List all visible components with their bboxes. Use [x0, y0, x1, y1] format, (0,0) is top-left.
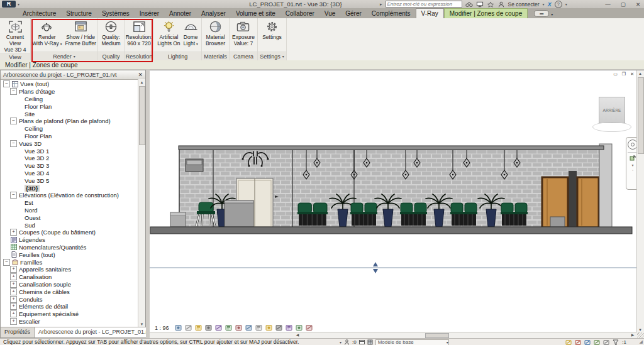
ribbon-display-toggle[interactable]: ▬	[534, 10, 549, 17]
tree-item-vues-tout[interactable]: −Vues (tout)	[1, 80, 138, 88]
sign-in-button[interactable]: Se connecter	[508, 1, 540, 8]
tree-item-nord[interactable]: Nord	[1, 207, 138, 214]
ribbon-button-render-with-v-ray[interactable]: RenderWith V-Ray▾	[31, 19, 63, 47]
temporary-view-properties-icon[interactable]	[275, 324, 282, 331]
tab-analyser[interactable]: Analyser	[196, 9, 231, 18]
tree-item-site[interactable]: Site	[1, 110, 138, 118]
tree-item-conduits[interactable]: +Conduits	[1, 295, 138, 303]
collapse-icon[interactable]: −	[10, 88, 17, 95]
worksets-arrow-icon[interactable]: ▾	[340, 340, 341, 344]
qat-expand-icon[interactable]: ▸	[380, 2, 382, 7]
ribbon-group-label-camera[interactable]: Camera	[230, 52, 257, 60]
editable-only-icon[interactable]	[575, 339, 581, 345]
tab-syst-mes[interactable]: Systèmes	[97, 9, 135, 18]
design-options-icon[interactable]	[359, 339, 365, 345]
main-model-icon[interactable]	[367, 339, 373, 345]
communication-icon[interactable]	[476, 1, 484, 8]
expand-icon[interactable]: +	[10, 296, 17, 303]
vertical-scrollbar[interactable]: ▲ ▼	[636, 70, 644, 333]
window-resize-grip[interactable]: ◢	[640, 339, 643, 344]
ribbon-group-label-render[interactable]: Render▾	[31, 52, 97, 60]
view-restore-icon[interactable]: ❐	[622, 72, 626, 77]
press-drag-icon[interactable]	[603, 339, 609, 345]
tree-item-appareils-sanitaires[interactable]: +Appareils sanitaires	[1, 266, 138, 273]
expand-icon[interactable]: +	[10, 229, 17, 236]
displaced-elements-icon[interactable]	[286, 324, 292, 331]
search-input[interactable]	[386, 1, 462, 8]
collapse-icon[interactable]: −	[10, 192, 17, 199]
expand-icon[interactable]: +	[10, 288, 17, 295]
expand-icon[interactable]: +	[10, 281, 17, 288]
navbar-chevron-icon[interactable]: ▾	[631, 163, 633, 167]
reveal-constraints-icon[interactable]	[296, 324, 303, 331]
tree-item-vue-3d-4[interactable]: Vue 3D 4	[1, 170, 138, 177]
ribbon-button-artificial-lights-on[interactable]: ArtificialLights On	[156, 19, 181, 47]
tree-scrollbar[interactable]: ▲ ▼	[138, 79, 145, 327]
crop-view-icon[interactable]	[225, 324, 232, 331]
editable-only-icon[interactable]	[344, 339, 350, 345]
tab-g-rer[interactable]: Gérer	[340, 9, 367, 18]
sign-in-arrow-icon[interactable]: ▾	[543, 2, 545, 6]
tree-item-equipement-sp-cialis[interactable]: +Equipement spécialisé	[1, 310, 138, 318]
navbar-more-icon[interactable]: ◦	[632, 168, 633, 172]
ribbon-group-label-settings[interactable]: Settings▾	[258, 52, 286, 60]
view-close-icon[interactable]: ✕	[630, 72, 634, 77]
tree-item-nomenclatures-quantit-s[interactable]: Nomenclatures/Quantités	[1, 244, 138, 251]
render-dialog-icon[interactable]	[215, 324, 222, 331]
tree-item-el-ments-de-d-tail[interactable]: +Eléments de détail	[1, 303, 138, 310]
tree-item-l-gendes[interactable]: Légendes	[1, 236, 138, 244]
dropdown-arrow-icon[interactable]: ▾	[60, 42, 62, 46]
tab-volume-et-site[interactable]: Volume et site	[231, 9, 280, 18]
reveal-hidden-icon[interactable]	[265, 324, 272, 331]
project-browser-header[interactable]: Arborescence du projet - LC_PROJET_01.rv…	[1, 70, 145, 80]
tab-compl-ments[interactable]: Compléments	[367, 9, 416, 18]
tree-item-feuilles-tout[interactable]: Feuilles (tout)	[1, 251, 138, 258]
tree-item-canalisation[interactable]: +Canalisation	[1, 273, 138, 281]
help-icon[interactable]: ?	[555, 1, 562, 8]
close-icon[interactable]: ✕	[138, 70, 143, 79]
ribbon-button-current-view-vue-3d-4[interactable]: Current ViewVue 3D 4	[0, 19, 30, 53]
tree-item-floor-plan[interactable]: Floor Plan	[1, 102, 138, 110]
view-scale-button[interactable]: 1 : 96	[155, 325, 169, 331]
ribbon-group-label-view[interactable]: View	[0, 53, 30, 60]
ribbon-group-label-materials[interactable]: Materials	[202, 52, 229, 60]
tree-item-canalisation-souple[interactable]: +Canalisation souple	[1, 281, 138, 288]
tree-item-escalier[interactable]: +Escalier	[1, 318, 138, 326]
ribbon-group-label-quality[interactable]: Quality	[98, 52, 124, 60]
shadows-icon[interactable]	[205, 324, 212, 331]
tab-ins-rer[interactable]: Insérer	[135, 9, 164, 18]
tab-structure[interactable]: Structure	[61, 9, 97, 18]
exchange-apps-icon[interactable]: X	[548, 1, 552, 8]
selection-box-icon[interactable]	[306, 324, 313, 331]
tree-item-plans-d-tage[interactable]: −Plans d'étage	[1, 88, 138, 96]
scroll-up-icon[interactable]: ▲	[637, 70, 643, 77]
binoculars-icon[interactable]	[465, 1, 473, 8]
tab-collaborer[interactable]: Collaborer	[280, 9, 319, 18]
show-crop-icon[interactable]	[235, 324, 242, 331]
help-arrow-icon[interactable]: ▾	[565, 2, 567, 6]
minimize-button[interactable]: —	[605, 1, 611, 8]
design-option-dropdown[interactable]: Modèle de base ▾	[375, 339, 449, 345]
detail-level-icon[interactable]	[175, 324, 182, 331]
scroll-left-icon[interactable]: ◀	[294, 332, 301, 337]
tab-v-ray[interactable]: V-Ray	[416, 8, 444, 18]
app-menu-arrow-icon[interactable]: ▾	[18, 2, 19, 6]
tree-item-vue-3d-1[interactable]: Vue 3D 1	[1, 147, 138, 155]
ribbon-button-settings[interactable]: Settings	[261, 19, 283, 41]
user-icon[interactable]	[497, 1, 505, 8]
lock-3d-view-icon[interactable]	[245, 324, 252, 331]
tree-item-ouest[interactable]: Ouest	[1, 214, 138, 221]
ribbon-group-label-resolution[interactable]: Resolution	[125, 52, 153, 60]
visual-style-icon[interactable]	[185, 324, 192, 331]
tab-vue[interactable]: Vue	[319, 9, 340, 18]
sun-path-icon[interactable]	[195, 324, 202, 331]
ribbon-button-quality-medium[interactable]: Quality:Medium	[100, 19, 121, 47]
tree-item-sud[interactable]: Sud	[1, 221, 138, 229]
dropdown-arrow-icon[interactable]: ▾	[196, 42, 198, 46]
tree-item-chemins-de-c-bles[interactable]: +Chemins de câbles	[1, 288, 138, 295]
resize-grip[interactable]	[637, 332, 644, 338]
horizontal-scrollbar-thumb[interactable]	[425, 333, 449, 338]
ribbon-button-resolution-960-x-720[interactable]: Resolution:960 x 720	[125, 19, 154, 47]
tab-architecture[interactable]: Architecture	[18, 9, 61, 18]
ribbon-button-show-hide-frame-buffer[interactable]: Show / HideFrame Buffer	[64, 19, 97, 47]
